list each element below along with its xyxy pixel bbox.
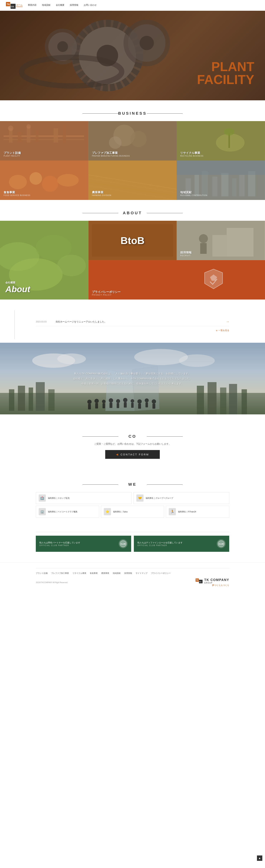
about-title: ABOUT <box>0 211 265 215</box>
svg-text:TK: TK <box>196 579 198 581</box>
footer-bottom: 2023©TKCOMPANY All Right Reserved. TK CO… <box>36 578 229 587</box>
banner-text2: 会社様と「共に生き」「共に成長」した重みがら、今TK COMPANY株式会社もと… <box>73 376 192 381</box>
svg-point-34 <box>216 134 244 152</box>
business-section: BUSINESS <box>0 111 265 200</box>
biz-plant[interactable]: プラント設備 PLANT FACILITY <box>0 121 89 160</box>
logo[interactable]: TK CO. <box>5 2 16 9</box>
svg-point-39 <box>9 175 27 189</box>
biz-prefab[interactable]: プレファブ加工事業 PREFAB MANUFACTURING BUSINESS <box>89 121 177 160</box>
welfare-icon-4: 🏃 <box>169 508 176 515</box>
welfare-text-4: 福利厚生｜FiTrain24 <box>178 510 196 513</box>
svg-point-40 <box>30 172 42 185</box>
svg-rect-19 <box>9 128 12 143</box>
svg-rect-24 <box>63 125 66 143</box>
svg-rect-58 <box>248 171 255 196</box>
footer-link-2[interactable]: リサイクル事業 <box>72 572 86 575</box>
footer-link-0[interactable]: プラント設備 <box>36 572 47 575</box>
welfare-item-2[interactable]: 🏢 福利厚生｜ベイコートクラブ優真 <box>36 506 99 518</box>
welfare-item-0[interactable]: 🏥 福利厚生｜スタンプ拡充 <box>36 492 132 504</box>
biz-farming[interactable]: 農業事業 FARMING DIVISION <box>89 160 177 200</box>
svg-text:CO.: CO. <box>199 581 202 583</box>
nav-home[interactable]: ホーム <box>16 4 23 7</box>
svg-rect-17 <box>4 135 84 137</box>
svg-point-31 <box>109 136 122 149</box>
biz-prefab-label: プレファブ加工事業 <box>92 151 130 155</box>
club-item-1[interactable]: 私たちはディファインエールを応援しています OFFICIAL CLUB PART… <box>134 536 229 552</box>
contact-section: CO ご質実・ご質問など、お問い合わせは、下記フォームからお願いします。 ◀ C… <box>0 414 265 470</box>
club-item-0[interactable]: 私たちは男性パートナーを応援しています OFFICIAL CLUB PARTNE… <box>36 536 131 552</box>
welfare-text-0: 福利厚生｜スタンプ拡充 <box>48 497 70 499</box>
club-text-0: 私たちは男性パートナーを応援しています <box>39 541 115 545</box>
footer-link-1[interactable]: プレファブ加工事業 <box>51 572 69 575</box>
welfare-icon-1: 🤝 <box>136 494 143 502</box>
business-title: BUSINESS <box>0 111 265 116</box>
footer-links: プラント設備 プレファブ加工事業 リサイクル事業 食食事業 農業事業 地域貢献 … <box>36 572 229 575</box>
biz-food[interactable]: 食食事業 FOOD SERVICE BUSINESS <box>0 160 89 200</box>
welfare-item-3[interactable]: ⭐ 福利厚生｜7plus <box>101 506 164 518</box>
biz-food-label: 食食事業 <box>4 191 30 194</box>
club-logo-1: CLUB <box>217 539 226 548</box>
club-logo-0: CLUB <box>119 539 128 548</box>
about-privacy-label: プライバシーポリシー <box>92 290 121 294</box>
svg-rect-35 <box>229 134 230 148</box>
welfare-text-2: 福利厚生｜ベイコートクラブ優真 <box>48 510 77 513</box>
about-privacy[interactable]: プライバシーポリシー PRIVACY POLICY <box>89 260 265 300</box>
news-more-link[interactable]: ≡ 一覧を見る <box>36 329 229 332</box>
svg-rect-56 <box>232 179 237 196</box>
svg-point-26 <box>27 124 31 129</box>
welfare-item-1[interactable]: 🤝 福利厚生｜グループーグループ <box>133 492 229 504</box>
svg-text:CLUB: CLUB <box>121 543 126 545</box>
club-section: 私たちは男性パートナーを応援しています OFFICIAL CLUB PARTNE… <box>0 528 265 562</box>
contact-icon: ◀ <box>116 453 119 456</box>
biz-recycle-label: リサイクル事業 <box>180 151 203 155</box>
about-recruit[interactable]: 採用情報 RECRUIT <box>176 221 265 260</box>
svg-rect-23 <box>54 128 58 143</box>
nav-recruit[interactable]: 採用情報 <box>70 4 78 7</box>
svg-text:TK: TK <box>7 3 10 6</box>
footer-copyright: 2023©TKCOMPANY All Right Reserved. <box>36 582 68 584</box>
svg-rect-21 <box>27 126 30 143</box>
banner-text3: 今後も皆篤一同、お客様の期待に応えるために、住永遠を向してにいたとたいと考えます… <box>73 381 192 386</box>
company-banner: 私たちTK COMPANY株式会社は、「人と触れ合う事を愛う」「夢を現実にする」… <box>0 343 265 414</box>
footer-link-8[interactable]: プライバシーポリシー <box>151 572 171 575</box>
footer-link-3[interactable]: 食食事業 <box>90 572 98 575</box>
welfare-text-3: 福利厚生｜7plus <box>113 510 128 513</box>
nav-contact[interactable]: お問い合わせ <box>84 4 97 7</box>
biz-farming-label: 農業事業 <box>92 191 111 194</box>
welfare-item-4[interactable]: 🏃 福利厚生｜FiTrain24 <box>166 506 229 518</box>
footer-link-7[interactable]: サイトマップ <box>136 572 147 575</box>
nav-company[interactable]: 会社概要 <box>56 4 64 7</box>
header: TK CO. ホーム 事業内容 地域貢献 会社概要 採用情報 お問い合わせ <box>0 0 265 11</box>
footer-logo: TK CO. TK COMPANY GROUP 夢づくり人づくり <box>196 578 229 587</box>
svg-rect-59 <box>176 160 265 175</box>
footer-link-5[interactable]: 地域貢献 <box>113 572 121 575</box>
hero-section: PLANT FACILITY <box>0 11 265 100</box>
news-text: 当社ホームページをリニューアルいたしました。 <box>56 320 221 323</box>
hero-text: PLANT FACILITY <box>197 60 254 86</box>
about-btob[interactable]: BtoB <box>89 221 177 260</box>
about-btob-label: BtoB <box>121 235 144 246</box>
footer-link-6[interactable]: 採用情報 <box>124 572 132 575</box>
club-text-1: 私たちはディファインエールを応援しています <box>137 541 213 545</box>
svg-rect-57 <box>239 175 244 196</box>
news-arrow: → <box>226 320 229 323</box>
footer-link-4[interactable]: 農業事業 <box>101 572 109 575</box>
about-company[interactable]: 会社概要 About <box>0 221 89 300</box>
contact-form-button[interactable]: ◀ CONTACT FORM <box>105 450 160 459</box>
nav-business[interactable]: 事業内容 <box>28 4 36 7</box>
svg-point-30 <box>130 131 146 147</box>
news-section: 2023.03.03 当社ホームページをリニューアルいたしました。 → ≡ 一覧… <box>0 310 265 339</box>
nav-regional[interactable]: 地域貢献 <box>42 4 51 7</box>
biz-regional[interactable]: 地域貢献 REGIONAL CONTRIBUTION <box>176 160 265 200</box>
about-privacy-sublabel: PRIVACY POLICY <box>92 294 112 296</box>
welfare-icon-3: ⭐ <box>104 508 111 515</box>
about-company-label: 会社概要 <box>5 281 15 284</box>
contact-btn-label: CONTACT FORM <box>121 453 149 456</box>
svg-point-29 <box>113 125 135 146</box>
svg-rect-22 <box>36 130 38 143</box>
biz-recycle[interactable]: リサイクル事業 RECYCLING BUSINESS <box>176 121 265 160</box>
footer: プラント設備 プレファブ加工事業 リサイクル事業 食食事業 農業事業 地域貢献 … <box>0 562 265 592</box>
biz-recycle-sublabel: RECYCLING BUSINESS <box>180 155 203 157</box>
footer-logo-group: GROUP <box>204 582 229 584</box>
svg-point-41 <box>42 176 58 192</box>
